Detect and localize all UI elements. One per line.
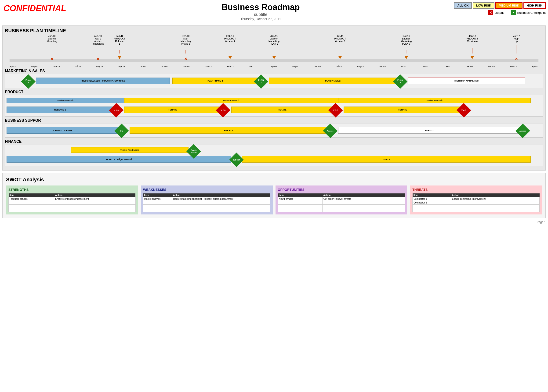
opportunities-item-3 <box>278 208 322 212</box>
high-risk-button[interactable]: HIGH RISK <box>523 2 546 9</box>
weaknesses-header-action: Action <box>172 193 270 197</box>
month-mar12: Mar-12 <box>510 65 517 68</box>
plan-phase2b-bar: PLAN PHASE 2 <box>269 77 397 84</box>
weaknesses-item-3 <box>143 208 172 212</box>
arrow-7 <box>405 56 408 59</box>
threats-item-0: Competitor 1 <box>413 197 451 201</box>
strengths-action-1 <box>54 201 135 205</box>
threats-action-2 <box>451 205 539 208</box>
timeline-bar-area: ✕ ✕ ✕ ✕ <box>10 56 538 64</box>
table-row <box>278 205 405 208</box>
phase1-bar: PHASE 1 <box>130 127 327 134</box>
arrow-2 <box>118 56 121 59</box>
business-support-title: BUSINESS SUPPORT <box>5 119 543 123</box>
strengths-action-0: Ensure continuous improvement <box>54 197 135 201</box>
weaknesses-title: WEAKNESSES <box>143 188 270 192</box>
all-ok-button[interactable]: ALL OK <box>454 2 472 9</box>
finance-area: Venture Fundraising FundsSecure YEAR 1 –… <box>5 145 543 166</box>
date: Thursday, October 27, 2011 <box>67 17 454 21</box>
table-row: Competitor 2 <box>413 201 540 205</box>
v3-diamond: V 3.0 <box>331 105 341 115</box>
threats-item-1: Competitor 2 <box>413 201 451 205</box>
arrow-6 <box>339 56 342 59</box>
swot-grid: STRENGTHS Item Action Product Features E… <box>6 185 542 214</box>
confidential-label: CONFIDENTIAL <box>2 2 67 14</box>
venture-row: Venture Fundraising FundsSecure <box>7 146 541 154</box>
header: CONFIDENTIAL Business Roadmap subtitle T… <box>2 2 546 23</box>
weaknesses-table: Item Action Market analysis Recruit Mark… <box>143 193 270 212</box>
month-apr12: Apr-12 <box>532 65 538 68</box>
v1-diamond: V 1.0 <box>111 105 121 115</box>
weaknesses-item-2 <box>143 205 172 208</box>
legend-icons: ✕ Output ✓ Business Checkpoint <box>488 10 546 15</box>
opportunities-action-0: Get expert in new Formats <box>322 197 405 201</box>
month-nov10: Nov-10 <box>161 65 168 68</box>
threats-header-item: Item <box>413 193 451 197</box>
medium-risk-button[interactable]: MEDIUM RISK <box>495 2 522 9</box>
opportunities-action-1 <box>322 201 405 205</box>
timeline-bar <box>10 59 538 62</box>
marketing-sales-title: MARKETING & SALES <box>5 69 543 73</box>
marketing-row: PLAN1 PRESS RELEASES – INDUSTRY JOURNALS… <box>7 76 541 86</box>
weaknesses-item-1 <box>143 201 172 205</box>
month-jul11: Jul-11 <box>336 65 342 68</box>
strengths-item-3 <box>9 208 54 212</box>
plan2-diamond: PLAN2 <box>256 76 266 87</box>
table-row <box>143 201 270 205</box>
low-risk-button[interactable]: LOW RISK <box>473 2 494 9</box>
milestone-2: Sep-10PRODUCTRelease1 <box>114 35 125 45</box>
month-apr11: Apr-11 <box>271 65 277 68</box>
strengths-item-2 <box>9 205 54 208</box>
product-title: PRODUCT <box>5 90 543 94</box>
table-row <box>278 208 405 212</box>
table-row <box>143 208 270 212</box>
product-area: Market Research Market Research Market R… <box>5 95 543 117</box>
month-aug11: Aug-11 <box>357 65 364 68</box>
milestone-9: Mar-12MopUp <box>512 35 520 42</box>
finance-section: FINANCE Venture Fundraising FundsSecure <box>5 140 543 166</box>
arrow-4 <box>229 56 232 59</box>
subtitle: subtitle <box>67 12 454 17</box>
swot-threats-box: THREATS Item Action Competitor 1 Ensure … <box>410 185 542 214</box>
assess2-diamond: Assess <box>518 126 528 136</box>
launch-bar: LAUNCH LEAD-UP <box>7 127 119 134</box>
marker-1: ✕ <box>96 57 99 61</box>
v2-diamond: V 2.0 <box>218 105 228 115</box>
strengths-header-item: Item <box>9 193 54 197</box>
business-support-section: BUSINESS SUPPORT LAUNCH LEAD-UP GO <box>5 119 543 138</box>
go-diamond: GO <box>116 126 127 136</box>
strengths-title: STRENGTHS <box>8 188 136 192</box>
milestone-6: Jul-11PRODUCTVersion 3 <box>334 35 346 42</box>
month-sep11: Sep-11 <box>379 65 386 68</box>
checkpoint-legend: ✓ Business Checkpoint <box>511 10 546 15</box>
phase2-bar: PHASE 2 <box>338 127 520 134</box>
marker-3: ✕ <box>184 57 187 61</box>
opportunities-header-action: Action <box>322 193 405 197</box>
iterate2-bar: ITERATE <box>231 106 333 113</box>
timeline-section: BUSINESS PLAN TIMELINE Jun-10LaunchMarke… <box>2 25 546 171</box>
marker-0: ✕ <box>50 57 53 61</box>
output-label: Output <box>495 11 504 14</box>
timeline-title: BUSINESS PLAN TIMELINE <box>5 28 543 33</box>
month-aug10: Aug-10 <box>96 65 103 68</box>
plan-phase2-bar: PLAN PHASE 2 <box>172 77 258 84</box>
month-jan11: Jan-11 <box>205 65 212 68</box>
month-may11: May-11 <box>292 65 299 68</box>
threats-header-action: Action <box>451 193 539 197</box>
opportunities-header-item: Item <box>278 193 322 197</box>
month-sep10: Sep-10 <box>118 65 125 68</box>
opportunities-item-0: New Formats <box>278 197 322 201</box>
risk-buttons: ALL OK LOW RISK MEDIUM RISK HIGH RISK <box>454 2 546 9</box>
month-oct10: Oct-10 <box>140 65 146 68</box>
page-title: Business Roadmap <box>67 2 454 12</box>
strengths-action-2 <box>54 205 135 208</box>
table-row <box>413 208 540 212</box>
threats-action-0: Ensure continuous improvement <box>451 197 539 201</box>
threats-action-1 <box>451 201 539 205</box>
swot-section: SWOT Analysis STRENGTHS Item Action Prod… <box>2 173 546 218</box>
finance-title: FINANCE <box>5 140 543 144</box>
milestone-1: Aug-10Year 2VentureFundraising <box>92 35 104 45</box>
checkpoint-label: Business Checkpoint <box>517 11 546 14</box>
threats-title: THREATS <box>412 188 540 192</box>
marker-9: ✕ <box>515 57 518 61</box>
